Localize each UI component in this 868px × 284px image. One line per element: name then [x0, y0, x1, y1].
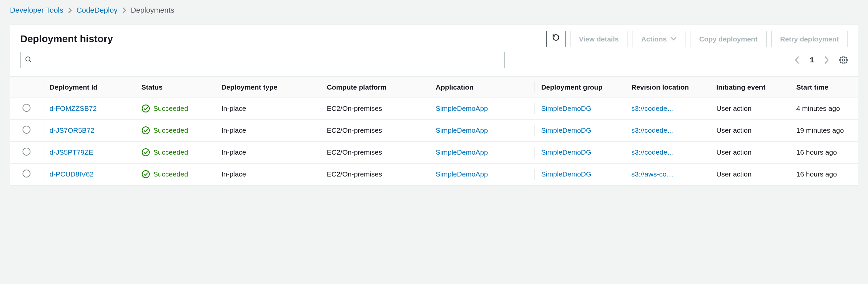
deployment-group-link[interactable]: SimpleDemoDG [541, 170, 591, 178]
revision-location-link[interactable]: s3://codede… [631, 126, 703, 134]
svg-point-3 [142, 105, 149, 112]
table-wrap: Deployment Id Status Deployment type Com… [10, 76, 858, 186]
radio-icon[interactable] [23, 170, 30, 177]
refresh-button[interactable] [546, 31, 565, 47]
status-cell: Succeeded [142, 148, 208, 157]
application-link[interactable]: SimpleDemoApp [436, 126, 488, 134]
col-revision-location[interactable]: Revision location [625, 77, 710, 98]
pager-prev-button[interactable] [795, 56, 800, 64]
svg-point-2 [842, 59, 845, 61]
radio-icon[interactable] [23, 104, 30, 112]
table-row: d-JS5PT79ZESucceededIn-placeEC2/On-premi… [10, 141, 858, 163]
success-icon [142, 148, 150, 157]
initiating-event: User action [710, 119, 789, 141]
success-icon [142, 126, 150, 135]
col-initiating-event[interactable]: Initiating event [710, 77, 789, 98]
deployment-type: In-place [215, 119, 320, 141]
col-compute-platform[interactable]: Compute platform [320, 77, 429, 98]
deployment-history-card: Deployment history View details Actions … [10, 25, 858, 186]
initiating-event: User action [710, 163, 789, 185]
svg-line-1 [30, 60, 31, 62]
search-input[interactable] [20, 52, 504, 68]
breadcrumb: Developer Tools CodeDeploy Deployments [0, 0, 868, 18]
col-select [10, 77, 43, 98]
start-time: 16 hours ago [790, 141, 858, 163]
row-select[interactable] [10, 119, 43, 141]
initiating-event: User action [710, 141, 789, 163]
breadcrumb-developer-tools[interactable]: Developer Tools [10, 6, 63, 15]
card-header: Deployment history View details Actions … [10, 25, 858, 52]
svg-point-4 [142, 127, 149, 134]
compute-platform: EC2/On-premises [320, 119, 429, 141]
view-details-button[interactable]: View details [570, 31, 628, 47]
status-cell: Succeeded [142, 170, 208, 178]
status-cell: Succeeded [142, 104, 208, 113]
success-icon [142, 170, 150, 178]
col-deployment-id[interactable]: Deployment Id [43, 77, 135, 98]
svg-point-0 [26, 57, 30, 61]
chevron-right-icon [68, 7, 72, 13]
deployment-id-link[interactable]: d-FOMZZSB72 [50, 105, 97, 112]
actions-label: Actions [641, 34, 666, 45]
application-link[interactable]: SimpleDemoApp [436, 148, 488, 156]
revision-location-link[interactable]: s3://aws-co… [631, 170, 703, 178]
col-deployment-type[interactable]: Deployment type [215, 77, 320, 98]
row-select[interactable] [10, 97, 43, 119]
actions-button[interactable]: Actions [632, 31, 685, 47]
copy-deployment-button[interactable]: Copy deployment [690, 31, 766, 47]
success-icon [142, 104, 150, 113]
start-time: 19 minutes ago [790, 119, 858, 141]
toolbar: 1 [10, 52, 858, 76]
status-text: Succeeded [153, 170, 188, 178]
compute-platform: EC2/On-premises [320, 163, 429, 185]
pager-next-button[interactable] [824, 56, 829, 64]
compute-platform: EC2/On-premises [320, 97, 429, 119]
table-header-row: Deployment Id Status Deployment type Com… [10, 77, 858, 98]
deployment-group-link[interactable]: SimpleDemoDG [541, 126, 591, 134]
pager-current-page: 1 [810, 56, 814, 64]
refresh-icon [552, 33, 560, 45]
application-link[interactable]: SimpleDemoApp [436, 105, 488, 112]
col-deployment-group[interactable]: Deployment group [534, 77, 624, 98]
breadcrumb-codedeploy[interactable]: CodeDeploy [76, 6, 118, 15]
row-select[interactable] [10, 163, 43, 185]
compute-platform: EC2/On-premises [320, 141, 429, 163]
pager: 1 [795, 56, 848, 64]
status-cell: Succeeded [142, 126, 208, 135]
page-title: Deployment history [20, 33, 113, 45]
settings-button[interactable] [839, 56, 848, 64]
table-row: d-JS7OR5B72SucceededIn-placeEC2/On-premi… [10, 119, 858, 141]
radio-icon[interactable] [23, 126, 30, 134]
svg-point-6 [142, 171, 149, 178]
deployment-group-link[interactable]: SimpleDemoDG [541, 105, 591, 112]
breadcrumb-current: Deployments [131, 6, 174, 15]
deployment-type: In-place [215, 97, 320, 119]
revision-location-link[interactable]: s3://codede… [631, 105, 703, 112]
deployment-id-link[interactable]: d-JS5PT79ZE [50, 148, 93, 156]
deployments-table: Deployment Id Status Deployment type Com… [10, 77, 858, 186]
table-row: d-PCUD8IV62SucceededIn-placeEC2/On-premi… [10, 163, 858, 185]
deployment-id-link[interactable]: d-PCUD8IV62 [50, 170, 94, 178]
status-text: Succeeded [153, 126, 188, 134]
search-wrap [20, 52, 504, 68]
deployment-type: In-place [215, 141, 320, 163]
svg-point-5 [142, 149, 149, 156]
radio-icon[interactable] [23, 148, 30, 155]
revision-location-link[interactable]: s3://codede… [631, 148, 703, 156]
table-row: d-FOMZZSB72SucceededIn-placeEC2/On-premi… [10, 97, 858, 119]
col-status[interactable]: Status [135, 77, 215, 98]
col-start-time[interactable]: Start time [790, 77, 858, 98]
retry-deployment-button[interactable]: Retry deployment [771, 31, 848, 47]
search-icon [25, 56, 32, 64]
card-actions: View details Actions Copy deployment Ret… [546, 31, 848, 47]
chevron-right-icon [122, 7, 126, 13]
deployment-group-link[interactable]: SimpleDemoDG [541, 148, 591, 156]
status-text: Succeeded [153, 148, 188, 156]
status-text: Succeeded [153, 105, 188, 112]
deployment-id-link[interactable]: d-JS7OR5B72 [50, 126, 94, 134]
row-select[interactable] [10, 141, 43, 163]
col-application[interactable]: Application [429, 77, 534, 98]
application-link[interactable]: SimpleDemoApp [436, 170, 488, 178]
deployment-type: In-place [215, 163, 320, 185]
start-time: 4 minutes ago [790, 97, 858, 119]
